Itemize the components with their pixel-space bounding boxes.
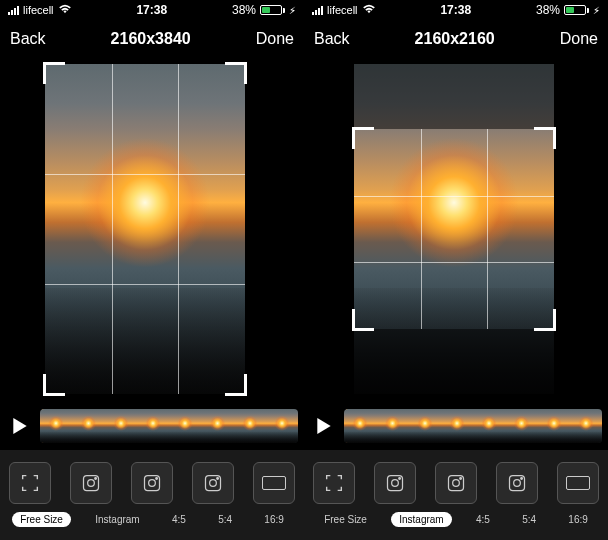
crop-handle-br[interactable] (534, 309, 556, 331)
aspect-5-4[interactable] (192, 462, 234, 504)
status-bar: lifecell 17:38 38% ⚡︎ (304, 0, 608, 20)
status-left: lifecell (312, 3, 376, 17)
crop-handle-tr[interactable] (225, 62, 247, 84)
svg-point-16 (513, 480, 520, 487)
svg-point-17 (521, 478, 523, 480)
aspect-label-free-size[interactable]: Free Size (316, 512, 375, 527)
phone-left: lifecell 17:38 38% ⚡︎ Back 2160x3840 Don… (0, 0, 304, 540)
aspect-label-free-size[interactable]: Free Size (12, 512, 71, 527)
dim-top (354, 64, 554, 129)
charging-icon: ⚡︎ (593, 5, 600, 16)
aspect-label-16-9[interactable]: 16:9 (256, 512, 291, 527)
nav-bar: Back 2160x3840 Done (0, 20, 304, 58)
aspect-label-16-9[interactable]: 16:9 (560, 512, 595, 527)
battery-icon (260, 5, 285, 15)
back-button[interactable]: Back (314, 30, 350, 48)
timeline (0, 402, 304, 450)
cellular-signal-icon (8, 6, 19, 15)
aspect-toolbar: Free Size Instagram 4:5 5:4 16:9 (0, 450, 304, 540)
aspect-free-size[interactable] (9, 462, 51, 504)
crop-canvas[interactable] (0, 58, 304, 402)
aspect-label-instagram[interactable]: Instagram (391, 512, 451, 527)
aspect-4-5[interactable] (131, 462, 173, 504)
svg-point-14 (460, 478, 462, 480)
crop-dimensions-title: 2160x2160 (415, 30, 495, 48)
battery-icon (564, 5, 589, 15)
aspect-label-5-4[interactable]: 5:4 (210, 512, 240, 527)
done-button[interactable]: Done (560, 30, 598, 48)
status-bar: lifecell 17:38 38% ⚡︎ (0, 0, 304, 20)
aspect-16-9[interactable] (253, 462, 295, 504)
phone-right: lifecell 17:38 38% ⚡︎ Back 2160x2160 Don… (304, 0, 608, 540)
status-right: 38% ⚡︎ (232, 3, 296, 17)
svg-point-5 (156, 478, 158, 480)
clock: 17:38 (136, 3, 167, 17)
aspect-label-5-4[interactable]: 5:4 (514, 512, 544, 527)
wifi-icon (362, 3, 376, 17)
battery-percent: 38% (536, 3, 560, 17)
aspect-instagram[interactable] (374, 462, 416, 504)
crop-handle-br[interactable] (225, 374, 247, 396)
aspect-4-5[interactable] (435, 462, 477, 504)
aspect-label-instagram[interactable]: Instagram (87, 512, 147, 527)
clock: 17:38 (440, 3, 471, 17)
aspect-instagram[interactable] (70, 462, 112, 504)
aspect-5-4[interactable] (496, 462, 538, 504)
crop-canvas[interactable] (304, 58, 608, 402)
svg-point-2 (95, 478, 97, 480)
svg-point-13 (453, 480, 460, 487)
filmstrip[interactable] (40, 409, 298, 443)
aspect-16-9[interactable] (557, 462, 599, 504)
done-button[interactable]: Done (256, 30, 294, 48)
cellular-signal-icon (312, 6, 323, 15)
play-button[interactable] (310, 412, 338, 440)
nav-bar: Back 2160x2160 Done (304, 20, 608, 58)
filmstrip[interactable] (344, 409, 602, 443)
crop-frame[interactable] (45, 64, 245, 394)
crop-handle-tl[interactable] (43, 62, 65, 84)
crop-handle-tl[interactable] (352, 127, 374, 149)
carrier-label: lifecell (23, 4, 54, 16)
svg-point-10 (392, 480, 399, 487)
dim-bottom (354, 329, 554, 394)
back-button[interactable]: Back (10, 30, 46, 48)
svg-point-8 (217, 478, 219, 480)
aspect-free-size[interactable] (313, 462, 355, 504)
svg-point-11 (399, 478, 401, 480)
play-button[interactable] (6, 412, 34, 440)
svg-point-7 (209, 480, 216, 487)
crop-frame[interactable] (354, 129, 554, 329)
screenshot-pair: lifecell 17:38 38% ⚡︎ Back 2160x3840 Don… (0, 0, 608, 540)
crop-handle-bl[interactable] (43, 374, 65, 396)
wifi-icon (58, 3, 72, 17)
crop-handle-tr[interactable] (534, 127, 556, 149)
aspect-label-4-5[interactable]: 4:5 (468, 512, 498, 527)
status-right: 38% ⚡︎ (536, 3, 600, 17)
timeline (304, 402, 608, 450)
aspect-label-4-5[interactable]: 4:5 (164, 512, 194, 527)
aspect-toolbar: Free Size Instagram 4:5 5:4 16:9 (304, 450, 608, 540)
svg-point-1 (88, 480, 95, 487)
crop-handle-bl[interactable] (352, 309, 374, 331)
svg-point-4 (149, 480, 156, 487)
crop-dimensions-title: 2160x3840 (111, 30, 191, 48)
charging-icon: ⚡︎ (289, 5, 296, 16)
battery-percent: 38% (232, 3, 256, 17)
carrier-label: lifecell (327, 4, 358, 16)
status-left: lifecell (8, 3, 72, 17)
